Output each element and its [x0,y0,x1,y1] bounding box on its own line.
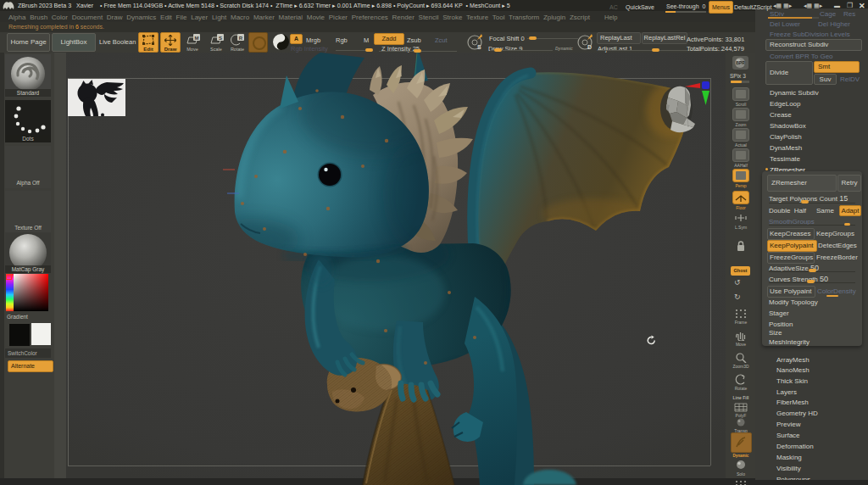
svg-text:D: D [587,44,592,50]
svg-text:S: S [477,44,481,50]
svg-text:R: R [239,36,243,41]
svg-text:M: M [195,36,199,41]
svg-text:S: S [219,36,222,41]
